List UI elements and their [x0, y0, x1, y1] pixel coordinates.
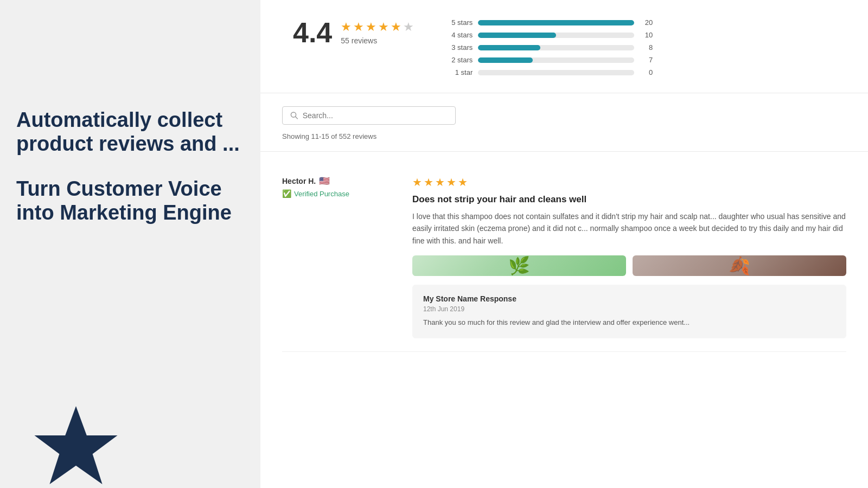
star-bars: 5 stars 20 4 stars 10 3 stars 8 — [446, 16, 653, 76]
bar-fill-4 — [478, 33, 556, 38]
bar-row-4: 4 stars 10 — [446, 31, 653, 39]
bar-count-4: 10 — [640, 31, 653, 39]
search-input[interactable] — [303, 111, 448, 120]
bar-row-1: 1 star 0 — [446, 68, 653, 76]
bar-fill-3 — [478, 45, 540, 50]
review-star-2-icon: ★ — [424, 176, 433, 189]
bar-row-3: 3 stars 8 — [446, 43, 653, 52]
shampoo-bottle-2-icon: 🍂 — [729, 255, 750, 276]
review-stars-row: ★ ★ ★ ★ ★ — [412, 176, 846, 189]
summary-stars-row: ★ ★ ★ ★ ★ ★ — [341, 20, 414, 34]
bar-fill-5 — [478, 20, 634, 25]
search-box[interactable] — [282, 106, 456, 125]
reviews-list: Hector H. 🇺🇸 ✅ Verified Purchase ★ ★ ★ ★… — [260, 152, 868, 363]
shampoo-bottle-1-icon: 🌿 — [508, 255, 530, 276]
review-star-3-icon: ★ — [435, 176, 445, 189]
svg-line-2 — [296, 117, 298, 119]
bar-track-1 — [478, 70, 634, 75]
bar-track-3 — [478, 45, 634, 50]
rating-number: 4.4 — [293, 16, 332, 49]
bar-label-5: 5 stars — [446, 18, 473, 27]
star-1-icon: ★ — [341, 20, 352, 34]
reviewer-flag-icon: 🇺🇸 — [319, 176, 330, 186]
star-3-icon: ★ — [366, 20, 376, 34]
star-2-icon: ★ — [353, 20, 364, 34]
bar-label-1: 1 star — [446, 68, 473, 76]
bar-label-4: 4 stars — [446, 31, 473, 39]
search-section: Showing 11-15 of 552 reviews — [260, 93, 868, 152]
review-star-4-icon: ★ — [446, 176, 456, 189]
bar-row-2: 2 stars 7 — [446, 56, 653, 64]
review-text: I love that this shampoo does not contai… — [412, 210, 846, 247]
showing-text: Showing 11-15 of 552 reviews — [282, 132, 846, 140]
bar-label-2: 2 stars — [446, 56, 473, 64]
store-response-text: Thank you so much for this review and gl… — [423, 317, 835, 329]
rating-big: 4.4 ★ ★ ★ ★ ★ ★ 55 reviews — [293, 16, 414, 49]
bar-count-2: 7 — [640, 56, 653, 64]
review-images: 🌿 🍂 — [412, 255, 846, 276]
review-title: Does not strip your hair and cleans well — [412, 194, 846, 205]
bar-count-1: 0 — [640, 68, 653, 76]
verified-badge: ✅ Verified Purchase — [282, 189, 391, 198]
bar-track-4 — [478, 33, 634, 38]
bar-track-2 — [478, 57, 634, 63]
reviewer-name-text: Hector H. — [282, 177, 316, 185]
rating-summary: 4.4 ★ ★ ★ ★ ★ ★ 55 reviews 5 stars — [260, 0, 868, 93]
bar-fill-2 — [478, 57, 533, 63]
search-icon — [290, 111, 298, 120]
bar-count-3: 8 — [640, 43, 653, 52]
heading-collect: Automatically collect product reviews an… — [16, 108, 244, 156]
svg-marker-0 — [35, 406, 118, 484]
review-star-5-icon: ★ — [458, 176, 468, 189]
verified-check-icon: ✅ — [282, 189, 291, 198]
star-5-icon: ★ — [391, 20, 401, 34]
bar-count-5: 20 — [640, 18, 653, 27]
verified-label: Verified Purchase — [294, 190, 349, 198]
bar-track-5 — [478, 20, 634, 25]
reviewer-name: Hector H. 🇺🇸 — [282, 176, 391, 186]
reviewer-info: Hector H. 🇺🇸 ✅ Verified Purchase — [282, 176, 391, 338]
store-response-title: My Store Name Response — [423, 294, 835, 303]
star-decoration-icon — [27, 401, 125, 488]
bar-row-5: 5 stars 20 — [446, 18, 653, 27]
store-response: My Store Name Response 12th Jun 2019 Tha… — [412, 285, 846, 338]
bar-label-3: 3 stars — [446, 43, 473, 52]
main-content: 4.4 ★ ★ ★ ★ ★ ★ 55 reviews 5 stars — [260, 0, 868, 488]
rating-stars-info: ★ ★ ★ ★ ★ ★ 55 reviews — [341, 20, 414, 45]
review-count: 55 reviews — [341, 36, 414, 45]
review-body: ★ ★ ★ ★ ★ Does not strip your hair and c… — [412, 176, 846, 338]
review-star-1-icon: ★ — [412, 176, 422, 189]
review-item: Hector H. 🇺🇸 ✅ Verified Purchase ★ ★ ★ ★… — [282, 163, 846, 352]
star-4-icon: ★ — [378, 20, 389, 34]
review-image-1[interactable]: 🌿 — [412, 255, 626, 276]
store-response-date: 12th Jun 2019 — [423, 305, 835, 313]
sidebar: Automatically collect product reviews an… — [0, 0, 260, 488]
review-image-2[interactable]: 🍂 — [633, 255, 846, 276]
heading-marketing: Turn Customer Voice into Marketing Engin… — [16, 177, 244, 224]
star-6-icon: ★ — [403, 20, 414, 34]
